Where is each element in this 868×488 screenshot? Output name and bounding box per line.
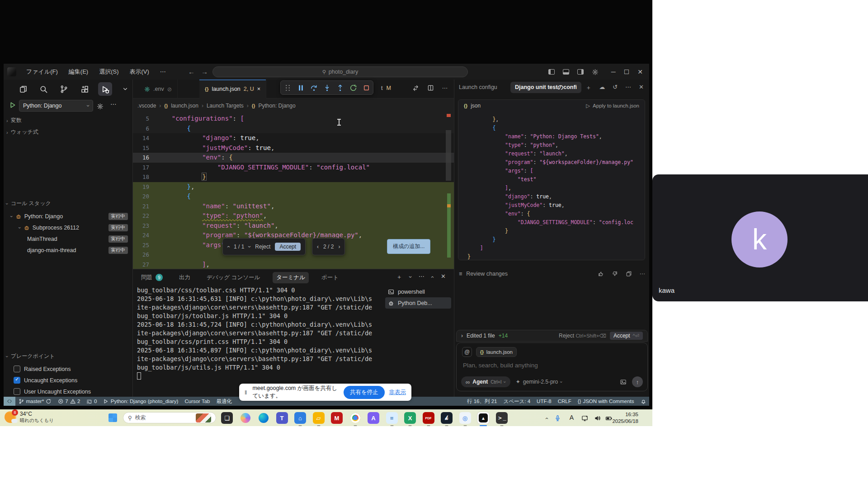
- split-editor-icon[interactable]: [427, 84, 434, 91]
- status-item-crlf[interactable]: CRLF: [555, 397, 575, 406]
- compare-changes-icon[interactable]: [412, 84, 419, 91]
- chat-code-block[interactable]: }, { "name": "Python: Django Tests", "ty…: [467, 115, 633, 261]
- breakpoint-item[interactable]: Uncaught Exceptions: [14, 375, 142, 386]
- breakpoint-checkbox[interactable]: [14, 377, 20, 384]
- meet-participant-tile[interactable]: k kawa: [652, 174, 868, 301]
- chat-input[interactable]: @ {} launch.json Plan, search, build any…: [456, 343, 648, 391]
- new-terminal-icon[interactable]: ＋: [396, 273, 402, 281]
- breadcrumb[interactable]: .vscode›{}launch.json›Launch Targets›{}P…: [137, 100, 296, 111]
- debug-pause-button[interactable]: [297, 84, 305, 92]
- agent-mode-select[interactable]: ∞ Agent Ctrl+I ›: [461, 376, 510, 387]
- reject-button[interactable]: Reject: [255, 244, 270, 250]
- callstack-item[interactable]: django-main-thread実行中: [4, 244, 132, 256]
- taskbar-app-excel[interactable]: X: [404, 412, 416, 424]
- status-item-0[interactable]: 0: [83, 397, 100, 406]
- menu-item[interactable]: ファイル(F): [22, 66, 62, 77]
- activity-chevron-down[interactable]: [118, 82, 132, 96]
- debug-restart-button[interactable]: [349, 84, 357, 92]
- activity-source-control[interactable]: [57, 82, 71, 96]
- apply-to-file-button[interactable]: ▷ Apply to launch.json: [586, 103, 639, 109]
- taskbar-app-teams[interactable]: T: [276, 412, 288, 424]
- breadcrumb-item[interactable]: .vscode: [137, 103, 156, 109]
- microphone-icon[interactable]: [554, 414, 561, 422]
- battery-icon[interactable]: [605, 414, 613, 422]
- taskbar-clock[interactable]: 16:35 2025/06/18: [612, 411, 638, 425]
- accept-button[interactable]: Accept: [275, 243, 301, 251]
- pager-next-icon[interactable]: ›: [338, 244, 340, 250]
- monitor-icon[interactable]: [581, 414, 588, 422]
- maximize-button[interactable]: ☐: [624, 68, 630, 75]
- debug-step-into-button[interactable]: [323, 84, 331, 92]
- status-item-master-[interactable]: master*: [15, 397, 55, 406]
- tab-partial[interactable]: tM: [381, 85, 391, 91]
- taskbar-app-browser-app[interactable]: ◎: [459, 412, 471, 424]
- nav-forward-icon[interactable]: →: [201, 68, 208, 75]
- toggle-panel-icon[interactable]: [563, 69, 569, 75]
- section-watch[interactable]: ›ウォッチ式: [6, 128, 38, 136]
- chat-more-icon[interactable]: ⋯: [625, 84, 631, 92]
- context-chip[interactable]: {} launch.json: [476, 347, 517, 357]
- debug-step-over-button[interactable]: [310, 84, 318, 92]
- new-chat-icon[interactable]: ＋: [585, 84, 591, 92]
- activity-search[interactable]: [37, 82, 51, 96]
- activity-files[interactable]: [16, 82, 30, 96]
- terminal-output[interactable]: bug_toolbar/css/toolbar.css HTTP/1.1" 30…: [137, 286, 372, 380]
- section-breakpoints[interactable]: ›ブレークポイント: [6, 352, 55, 360]
- cloud-icon[interactable]: ☁: [599, 84, 605, 92]
- ime-mode-indicator[interactable]: A: [570, 414, 574, 421]
- nav-back-icon[interactable]: ←: [188, 68, 195, 75]
- breadcrumb-item[interactable]: launch.json: [171, 103, 198, 109]
- taskbar-app-copilot[interactable]: [240, 412, 251, 424]
- menu-item[interactable]: 選択(S): [94, 66, 123, 77]
- thumbs-up-icon[interactable]: [598, 270, 604, 277]
- tray-expand-icon[interactable]: ›: [546, 414, 547, 422]
- chevron-right-icon[interactable]: ›: [461, 333, 463, 339]
- editor-more-icon[interactable]: ⋯: [442, 84, 448, 91]
- chat-tab[interactable]: Django unit testのconfi: [510, 82, 581, 93]
- status-item--4[interactable]: スペース: 4: [500, 397, 533, 406]
- activity-extensions[interactable]: [78, 82, 92, 96]
- toggle-sidebar-icon[interactable]: [548, 69, 555, 75]
- taskbar-app-edge[interactable]: [258, 412, 269, 424]
- panel-maximize-icon[interactable]: ›: [429, 276, 437, 278]
- close-button[interactable]: ✕: [637, 68, 643, 75]
- process-powershell[interactable]: powershell: [385, 286, 451, 297]
- status-item[interactable]: [4, 397, 15, 406]
- add-configuration-button[interactable]: 構成の追加...: [387, 239, 430, 254]
- taskbar-app-kindle[interactable]: 𝓀: [441, 412, 453, 424]
- volume-icon[interactable]: [594, 414, 601, 422]
- taskbar-app-notepad[interactable]: ≡: [386, 412, 398, 424]
- menu-item[interactable]: 編集(E): [64, 66, 93, 77]
- status-item-utf-8[interactable]: UTF-8: [533, 397, 555, 406]
- debug-settings-gear-icon[interactable]: [97, 102, 104, 110]
- widget-down-icon[interactable]: ›: [246, 246, 253, 248]
- status-item--16-21[interactable]: 行 16、列 21: [464, 397, 500, 406]
- settings-gear-icon[interactable]: [592, 68, 599, 75]
- menu-item[interactable]: ⋯: [156, 67, 170, 76]
- debug-step-out-button[interactable]: [336, 84, 344, 92]
- breakpoint-item[interactable]: Raised Exceptions: [14, 363, 142, 375]
- widget-up-icon[interactable]: ›: [225, 246, 231, 248]
- minimize-button[interactable]: ─: [611, 68, 616, 75]
- callstack-item[interactable]: ›Subprocess 26112実行中: [4, 222, 132, 233]
- stop-sharing-button[interactable]: 共有を停止: [344, 386, 385, 399]
- reject-all-button[interactable]: Reject Ctrl+Shift+⌫: [559, 333, 606, 339]
- toggle-secondary-sidebar-icon[interactable]: [577, 69, 584, 75]
- command-center-search[interactable]: ⚲ photo_diary: [212, 66, 468, 77]
- breakpoint-checkbox[interactable]: [14, 388, 20, 395]
- activity-run-debug[interactable]: [98, 82, 112, 96]
- taskbar-app-mcafee[interactable]: M: [331, 412, 343, 424]
- start-button[interactable]: [108, 413, 117, 422]
- breadcrumb-item[interactable]: Python: Django: [259, 103, 296, 109]
- debug-stop-button[interactable]: [363, 84, 370, 92]
- breadcrumb-item[interactable]: Launch Targets: [207, 103, 244, 109]
- panel-tab-出力[interactable]: 出力: [175, 272, 194, 283]
- callstack-item[interactable]: MainThread実行中: [4, 233, 132, 244]
- hide-bar-link[interactable]: 非表示: [389, 389, 406, 396]
- panel-tab-問題[interactable]: 問題9: [137, 272, 166, 283]
- breakpoint-item[interactable]: User Uncaught Exceptions: [14, 386, 142, 397]
- taskbar-app-task-view[interactable]: ❏: [221, 412, 233, 424]
- tab-.env[interactable]: .env⊘: [139, 80, 178, 99]
- status-item--[interactable]: 最適化: [213, 397, 235, 406]
- tab-launch.json[interactable]: {}launch.json2, U×: [199, 80, 266, 99]
